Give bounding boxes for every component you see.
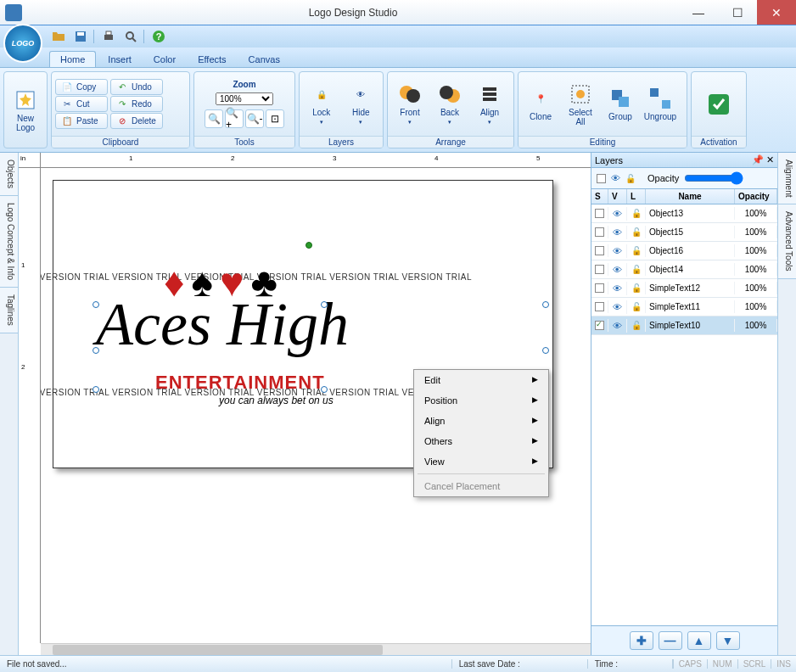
new-logo-button[interactable]: New Logo — [8, 84, 43, 137]
layer-select-checkbox[interactable] — [595, 227, 604, 237]
eye-icon[interactable]: 👁 — [613, 227, 622, 238]
rotate-handle[interactable] — [306, 242, 312, 249]
print-icon[interactable] — [101, 29, 116, 44]
app-logo[interactable]: LOGO — [3, 24, 42, 63]
layers-list: 👁🔓Object13100%👁🔓Object15100%👁🔓Object1610… — [591, 204, 777, 625]
sidetab-logo-concept[interactable]: Logo Concept & Info — [0, 196, 18, 288]
ctx-align[interactable]: Align▶ — [414, 411, 548, 431]
paste-icon: 📋 — [61, 115, 73, 127]
layer-row[interactable]: 👁🔓SimpleText10100% — [591, 316, 777, 335]
tab-home[interactable]: Home — [49, 51, 96, 67]
lock-icon[interactable]: 🔓 — [631, 302, 642, 311]
zoom-in-icon[interactable]: 🔍+ — [225, 109, 244, 128]
save-icon[interactable] — [73, 29, 88, 44]
ungroup-button[interactable]: Ungroup — [642, 78, 679, 131]
maximize-button[interactable]: ☐ — [718, 0, 757, 25]
layer-row[interactable]: 👁🔓Object14100% — [591, 260, 777, 279]
layer-select-checkbox[interactable] — [595, 283, 604, 293]
cut-button[interactable]: ✂Cut — [55, 96, 108, 112]
caps-indicator: CAPS — [673, 659, 707, 669]
lock-icon[interactable]: 🔓 — [631, 209, 642, 218]
tab-insert[interactable]: Insert — [98, 52, 142, 67]
group-button[interactable]: Group — [602, 78, 639, 131]
layer-row[interactable]: 👁🔓Object13100% — [591, 204, 777, 223]
sidetab-objects[interactable]: Objects — [0, 153, 18, 196]
help-icon[interactable]: ? — [151, 29, 166, 44]
sidetab-advanced-tools[interactable]: Advanced Tools — [778, 204, 796, 278]
tab-effects[interactable]: Effects — [188, 52, 236, 67]
hide-button[interactable]: 👁Hide▾ — [343, 78, 380, 131]
layer-row[interactable]: 👁🔓SimpleText11100% — [591, 298, 777, 316]
close-button[interactable]: ✕ — [757, 0, 796, 25]
preview-icon[interactable] — [123, 29, 138, 44]
layers-pin-icon[interactable]: 📌 — [752, 154, 764, 165]
svg-rect-21 — [662, 100, 670, 109]
redo-button[interactable]: ↷Redo — [110, 96, 163, 112]
front-button[interactable]: Front▾ — [391, 78, 429, 131]
copy-button[interactable]: 📄Copy — [55, 79, 108, 95]
eye-icon[interactable]: 👁 — [613, 302, 622, 312]
svg-point-17 — [576, 90, 585, 98]
layer-up-button[interactable]: ▲ — [687, 631, 711, 650]
lock-icon[interactable]: 🔓 — [631, 265, 642, 274]
activation-button[interactable] — [695, 78, 743, 131]
ruler-vertical: 1 2 — [19, 168, 41, 643]
layer-select-checkbox[interactable] — [595, 302, 604, 311]
layer-remove-button[interactable]: — — [659, 631, 682, 650]
layer-row[interactable]: 👁🔓Object15100% — [591, 223, 777, 242]
clone-icon: 📍 — [529, 87, 552, 110]
minimize-button[interactable]: — — [679, 0, 718, 25]
zoom-fit-icon[interactable]: ⊡ — [266, 109, 284, 128]
layer-down-button[interactable]: ▼ — [716, 631, 740, 650]
horizontal-scrollbar[interactable] — [41, 643, 591, 655]
handle-ne[interactable] — [542, 301, 549, 308]
delete-button[interactable]: ⊘Delete — [110, 113, 163, 129]
layer-select-checkbox[interactable] — [595, 209, 604, 218]
paste-button[interactable]: 📋Paste — [55, 113, 108, 129]
layer-select-checkbox[interactable] — [595, 246, 604, 255]
quick-access-bar: LOGO ? — [0, 25, 796, 48]
eye-icon[interactable]: 👁 — [613, 265, 622, 275]
ctx-view[interactable]: View▶ — [414, 451, 548, 472]
ctx-position[interactable]: Position▶ — [414, 390, 548, 411]
lock-button[interactable]: 🔒Lock▾ — [303, 78, 340, 131]
ctx-edit[interactable]: Edit▶ — [414, 370, 548, 390]
opacity-slider[interactable] — [684, 171, 743, 185]
ribbon: New Logo 📄Copy ✂Cut 📋Paste ↶Undo ↷Redo ⊘… — [0, 68, 796, 153]
zoom-out-icon[interactable]: 🔍- — [245, 109, 264, 128]
lock-icon[interactable]: 🔓 — [631, 283, 642, 293]
sidetab-alignment[interactable]: Alignment — [778, 153, 796, 204]
opacity-master-checkbox[interactable] — [597, 174, 606, 183]
eye-icon[interactable]: 👁 — [613, 246, 622, 256]
eye-icon[interactable]: 👁 — [613, 209, 622, 219]
eye-icon[interactable]: 👁 — [613, 321, 622, 331]
lock-icon[interactable]: 🔓 — [631, 227, 642, 237]
eye-icon[interactable]: 👁 — [613, 283, 622, 294]
logo-main-text[interactable]: Aces High — [96, 289, 349, 360]
tab-color[interactable]: Color — [143, 52, 186, 67]
sidetab-taglines[interactable]: Taglines — [0, 288, 18, 333]
logo-tagline[interactable]: you can always bet on us — [219, 395, 334, 406]
tab-canvas[interactable]: Canvas — [238, 52, 290, 67]
clone-button[interactable]: 📍Clone — [522, 78, 559, 131]
lock-icon[interactable]: 🔓 — [631, 321, 642, 330]
handle-e[interactable] — [542, 347, 549, 354]
align-button[interactable]: Align▾ — [471, 78, 508, 131]
undo-button[interactable]: ↶Undo — [110, 79, 163, 95]
open-icon[interactable] — [51, 29, 66, 44]
logo-sub-text[interactable]: ENTERTAINMENT — [155, 372, 325, 394]
zoom-select[interactable]: 100% — [216, 92, 273, 105]
layer-select-checkbox[interactable] — [595, 321, 604, 330]
layer-row[interactable]: 👁🔓Object16100% — [591, 242, 777, 260]
ctx-others[interactable]: Others▶ — [414, 431, 548, 451]
layer-row[interactable]: 👁🔓SimpleText12100% — [591, 279, 777, 298]
eye-icon[interactable]: 👁 — [611, 173, 620, 183]
lock-icon[interactable]: 🔓 — [631, 246, 642, 255]
lock-master-icon[interactable]: 🔓 — [625, 174, 636, 183]
zoom-tool-icon[interactable]: 🔍 — [205, 109, 223, 128]
layer-select-checkbox[interactable] — [595, 265, 604, 274]
back-button[interactable]: Back▾ — [431, 78, 468, 131]
select-all-button[interactable]: Select All — [562, 78, 599, 131]
layers-close-icon[interactable]: ✕ — [766, 154, 774, 165]
layer-add-button[interactable]: ✚ — [630, 631, 653, 650]
